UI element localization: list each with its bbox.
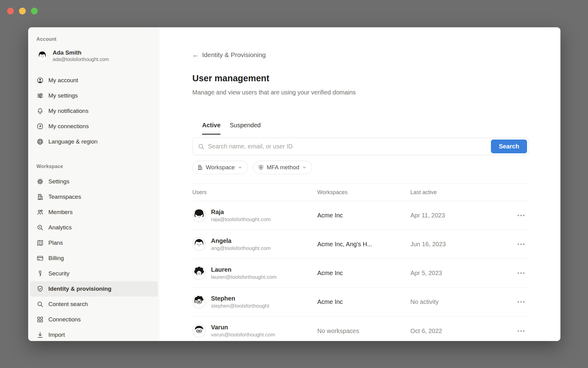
key-icon <box>36 270 44 277</box>
user-email: stephen@toolsforthought <box>211 302 269 310</box>
row-more-button[interactable] <box>515 272 529 274</box>
sidebar-item-label: Import <box>48 332 65 338</box>
sidebar-item-label: Teamspaces <box>48 194 81 200</box>
sidebar-item-language-region[interactable]: Language & region <box>30 134 158 149</box>
sidebar-item-security[interactable]: Security <box>30 266 158 281</box>
gear-icon <box>36 178 44 185</box>
mfa-filter-chip[interactable]: MFA method <box>253 161 312 174</box>
sidebar-item-label: My account <box>48 77 78 84</box>
minimize-window-button[interactable] <box>19 8 26 14</box>
settings-modal: Account Ada Smith ada@toolsforthought.co… <box>28 27 560 341</box>
chevron-down-icon <box>238 165 243 170</box>
workspace-filter-chip[interactable]: Workspace <box>192 161 248 174</box>
card-icon <box>36 255 44 262</box>
user-email: lauren@toolsforthought.com <box>211 274 277 281</box>
more-icon <box>518 215 525 216</box>
account-name: Ada Smith <box>53 49 109 57</box>
last-active-cell: Oct 6, 2022 <box>410 328 515 335</box>
col-users: Users <box>192 189 317 196</box>
sidebar-item-connections[interactable]: Connections <box>30 312 158 327</box>
tab-bar: Active Suspended <box>192 122 529 137</box>
avatar-raja <box>192 209 206 222</box>
sliders-icon <box>36 92 44 99</box>
last-active-cell: Apr 11, 2023 <box>410 212 515 219</box>
zoom-window-button[interactable] <box>31 8 38 14</box>
search-bar: Search <box>192 138 529 155</box>
table-row: Raja raja@toolsforthought.com Acme Inc A… <box>192 201 529 230</box>
col-last-active: Last active <box>410 189 515 196</box>
sidebar-item-label: Members <box>48 209 73 216</box>
sidebar-item-teamspaces[interactable]: Teamspaces <box>30 189 158 205</box>
table-header: Users Workspaces Last active <box>192 183 529 201</box>
search-input[interactable] <box>208 138 491 155</box>
workspaces-cell: Acme Inc <box>317 298 410 305</box>
row-more-button[interactable] <box>515 301 529 303</box>
search-icon <box>198 143 205 150</box>
users-table: Users Workspaces Last active Raja <box>192 183 529 341</box>
sidebar-item-my-account[interactable]: My account <box>30 73 158 88</box>
members-icon <box>36 209 44 216</box>
account-profile: Ada Smith ada@toolsforthought.com <box>36 45 159 67</box>
workspaces-cell: Acme Inc <box>317 270 410 277</box>
avatar-lauren <box>192 266 206 280</box>
sidebar-item-label: My settings <box>48 92 78 99</box>
breadcrumb-back[interactable]: ← Identity & Provisioning <box>192 51 266 59</box>
back-arrow-icon: ← <box>192 52 199 58</box>
analytics-icon <box>36 224 44 231</box>
more-icon <box>518 272 525 274</box>
sidebar-item-plans[interactable]: Plans <box>30 235 158 251</box>
shield-check-icon <box>36 285 44 293</box>
sidebar-item-my-notifications[interactable]: My notifications <box>30 103 158 119</box>
col-workspaces: Workspaces <box>317 189 410 196</box>
table-row: Stephen stephen@toolsforthought Acme Inc… <box>192 288 529 316</box>
row-more-button[interactable] <box>515 330 529 332</box>
table-body: Raja raja@toolsforthought.com Acme Inc A… <box>192 201 529 341</box>
sidebar-item-content-search[interactable]: Content search <box>30 297 158 312</box>
user-name: Varun <box>211 323 275 331</box>
building-icon <box>36 193 44 201</box>
sidebar-item-label: Language & region <box>48 138 98 145</box>
sidebar-item-import[interactable]: Import <box>30 327 158 341</box>
settings-sidebar: Account Ada Smith ada@toolsforthought.co… <box>28 27 159 341</box>
user-email: raja@toolsforthought.com <box>211 216 271 223</box>
sidebar-item-identity-provisioning[interactable]: Identity & provisioning <box>30 281 158 297</box>
import-icon <box>36 331 44 339</box>
grid-icon <box>36 316 44 323</box>
close-window-button[interactable] <box>7 8 14 14</box>
account-nav: My account My settings My notifications … <box>30 73 159 149</box>
user-avatar <box>36 50 48 62</box>
row-more-button[interactable] <box>515 243 529 245</box>
mfa-filter-label: MFA method <box>267 164 300 171</box>
main-panel: ← Identity & Provisioning User managemen… <box>159 27 560 341</box>
sidebar-item-label: Billing <box>48 255 64 262</box>
arrow-square-icon <box>36 123 44 130</box>
user-name: Lauren <box>211 266 277 274</box>
last-active-cell: No activity <box>410 298 515 305</box>
search-button[interactable]: Search <box>491 140 527 153</box>
page-subtitle: Manage and view users that are using you… <box>192 89 529 96</box>
workspace-section-label: Workspace <box>36 162 159 171</box>
bell-icon <box>36 107 44 115</box>
shield-lock-icon <box>258 164 264 171</box>
sidebar-item-billing[interactable]: Billing <box>30 251 158 266</box>
building-icon <box>197 164 203 171</box>
sidebar-item-analytics[interactable]: Analytics <box>30 220 158 235</box>
sidebar-item-members[interactable]: Members <box>30 205 158 220</box>
search-icon <box>36 301 44 308</box>
traffic-lights <box>7 8 38 14</box>
map-icon <box>36 239 44 247</box>
workspaces-cell: Acme Inc <box>317 212 410 219</box>
sidebar-item-my-connections[interactable]: My connections <box>30 119 158 134</box>
sidebar-item-settings[interactable]: Settings <box>30 174 158 189</box>
user-email: varun@toolsforthought.com <box>211 331 275 339</box>
sidebar-item-my-settings[interactable]: My settings <box>30 88 158 103</box>
chevron-down-icon <box>302 165 307 170</box>
filter-row: Workspace MFA method <box>192 161 529 174</box>
row-more-button[interactable] <box>515 215 529 216</box>
table-row: Lauren lauren@toolsforthought.com Acme I… <box>192 259 529 288</box>
tab-suspended[interactable]: Suspended <box>230 122 261 134</box>
avatar-stephen <box>192 295 206 309</box>
tab-active[interactable]: Active <box>202 122 221 135</box>
sidebar-item-label: My connections <box>48 123 89 130</box>
avatar-varun <box>192 324 206 338</box>
